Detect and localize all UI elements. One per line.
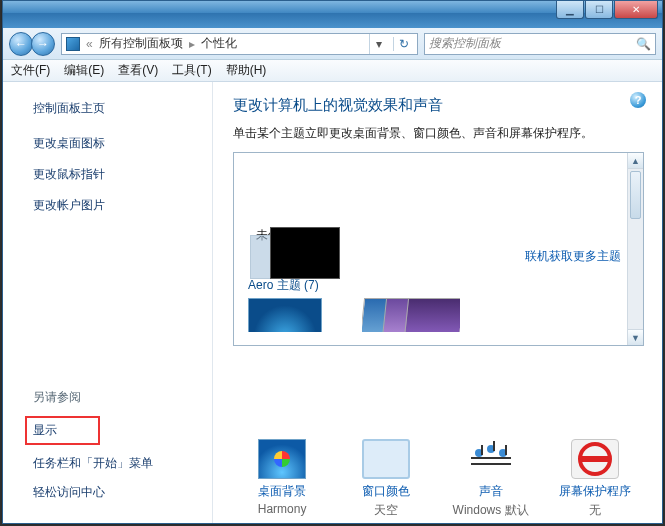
- nav-buttons: ← →: [9, 32, 55, 56]
- theme-thumb-front: [270, 227, 340, 279]
- breadcrumb-sep: «: [86, 37, 93, 51]
- search-placeholder: 搜索控制面板: [429, 35, 501, 52]
- window-frame: ▁ ☐ ✕ ← → « 所有控制面板项 ▸ 个性化 ▾ ↻ 搜索控制面板 🔍 文…: [2, 0, 663, 524]
- body: 控制面板主页 更改桌面图标 更改鼠标指针 更改帐户图片 另请参阅 显示 任务栏和…: [3, 82, 662, 523]
- sidebar-link-account-picture[interactable]: 更改帐户图片: [33, 197, 194, 214]
- bottom-tiles: 桌面背景 Harmony 窗口颜色 天空: [233, 439, 644, 519]
- scroll-thumb[interactable]: [630, 171, 641, 219]
- close-button[interactable]: ✕: [614, 1, 658, 19]
- svg-rect-5: [481, 445, 483, 455]
- sound-icon: [467, 439, 515, 479]
- see-also-taskbar-link[interactable]: 任务栏和「开始」菜单: [33, 455, 194, 472]
- aero-themes-label: Aero 主题 (7): [248, 277, 643, 294]
- my-themes-section: 未保存的主题: [234, 153, 643, 244]
- address-dropdown-button[interactable]: ▾: [369, 34, 387, 54]
- tile-label: 屏幕保护程序: [546, 483, 644, 500]
- help-button[interactable]: ?: [630, 92, 646, 108]
- theme-item-unsaved[interactable]: 未保存的主题: [250, 227, 340, 244]
- see-also-ease-link[interactable]: 轻松访问中心: [33, 484, 194, 501]
- window-color-icon: [362, 439, 410, 479]
- see-also-label: 另请参阅: [33, 389, 194, 406]
- menu-edit[interactable]: 编辑(E): [64, 62, 104, 79]
- search-icon: 🔍: [636, 37, 651, 51]
- tile-value: 无: [546, 502, 644, 519]
- refresh-icon: ↻: [399, 37, 409, 51]
- maximize-button[interactable]: ☐: [585, 1, 613, 19]
- sidebar-home-link[interactable]: 控制面板主页: [33, 100, 194, 117]
- svg-rect-0: [471, 463, 511, 465]
- scroll-down-button[interactable]: ▼: [628, 329, 643, 345]
- minimize-icon: ▁: [566, 4, 574, 15]
- minimize-button[interactable]: ▁: [556, 1, 584, 19]
- tile-window-color[interactable]: 窗口颜色 天空: [337, 439, 435, 519]
- maximize-icon: ☐: [595, 4, 604, 15]
- menu-help[interactable]: 帮助(H): [226, 62, 267, 79]
- forward-button[interactable]: →: [31, 32, 55, 56]
- aero-themes-row: [234, 298, 643, 332]
- back-button[interactable]: ←: [9, 32, 33, 56]
- tile-value: Windows 默认: [442, 502, 540, 519]
- tile-desktop-background[interactable]: 桌面背景 Harmony: [233, 439, 331, 519]
- aero-theme-1-thumb: [248, 298, 322, 332]
- page-title: 更改计算机上的视觉效果和声音: [233, 96, 644, 115]
- tile-sounds[interactable]: 声音 Windows 默认: [442, 439, 540, 519]
- address-bar[interactable]: « 所有控制面板项 ▸ 个性化 ▾ ↻: [61, 33, 418, 55]
- control-panel-icon: [66, 37, 80, 51]
- scroll-up-button[interactable]: ▲: [628, 153, 643, 169]
- chevron-down-icon: ▼: [631, 333, 640, 343]
- tile-label: 声音: [442, 483, 540, 500]
- back-arrow-icon: ←: [15, 37, 27, 51]
- sidebar-link-mouse-pointers[interactable]: 更改鼠标指针: [33, 166, 194, 183]
- breadcrumb-parent[interactable]: 所有控制面板项: [99, 35, 183, 52]
- see-also-section: 另请参阅 显示 任务栏和「开始」菜单 轻松访问中心: [33, 381, 194, 513]
- chevron-up-icon: ▲: [631, 156, 640, 166]
- see-also-display-link[interactable]: 显示: [33, 422, 68, 439]
- content-pane: ? 更改计算机上的视觉效果和声音 单击某个主题立即更改桌面背景、窗口颜色、声音和…: [213, 82, 662, 523]
- page-subtitle: 单击某个主题立即更改桌面背景、窗口颜色、声音和屏幕保护程序。: [233, 125, 644, 142]
- screensaver-icon: [571, 439, 619, 479]
- breadcrumb-current[interactable]: 个性化: [201, 35, 237, 52]
- svg-rect-7: [505, 445, 507, 455]
- scrollbar[interactable]: ▲ ▼: [627, 153, 643, 345]
- menu-file[interactable]: 文件(F): [11, 62, 50, 79]
- menu-bar: 文件(F) 编辑(E) 查看(V) 工具(T) 帮助(H): [3, 60, 662, 82]
- breadcrumb-arrow: ▸: [189, 37, 195, 51]
- aero-theme-2-slide: [404, 298, 460, 332]
- titlebar: ▁ ☐ ✕: [3, 1, 662, 28]
- close-icon: ✕: [632, 4, 640, 15]
- svg-rect-6: [493, 441, 495, 451]
- forward-arrow-icon: →: [37, 37, 49, 51]
- search-input[interactable]: 搜索控制面板 🔍: [424, 33, 656, 55]
- tile-label: 桌面背景: [233, 483, 331, 500]
- refresh-button[interactable]: ↻: [393, 37, 413, 51]
- themes-list: ▲ ▼ 未保存的主题 联机获取更多主题 Aero 主题 (7): [233, 152, 644, 346]
- tile-value: Harmony: [233, 502, 331, 516]
- desktop-background-icon: [258, 439, 306, 479]
- tile-value: 天空: [337, 502, 435, 519]
- svg-rect-1: [471, 457, 511, 459]
- sidebar: 控制面板主页 更改桌面图标 更改鼠标指针 更改帐户图片 另请参阅 显示 任务栏和…: [3, 82, 213, 523]
- menu-view[interactable]: 查看(V): [118, 62, 158, 79]
- aero-theme-1[interactable]: [248, 298, 346, 332]
- online-themes-link[interactable]: 联机获取更多主题: [525, 249, 621, 263]
- menu-tools[interactable]: 工具(T): [172, 62, 211, 79]
- help-icon: ?: [635, 94, 642, 106]
- tile-screensaver[interactable]: 屏幕保护程序 无: [546, 439, 644, 519]
- chevron-down-icon: ▾: [376, 37, 382, 51]
- sidebar-link-desktop-icons[interactable]: 更改桌面图标: [33, 135, 194, 152]
- tile-label: 窗口颜色: [337, 483, 435, 500]
- highlight-box: 显示: [25, 416, 100, 445]
- aero-theme-2[interactable]: [362, 298, 460, 332]
- nav-row: ← → « 所有控制面板项 ▸ 个性化 ▾ ↻ 搜索控制面板 🔍: [3, 28, 662, 60]
